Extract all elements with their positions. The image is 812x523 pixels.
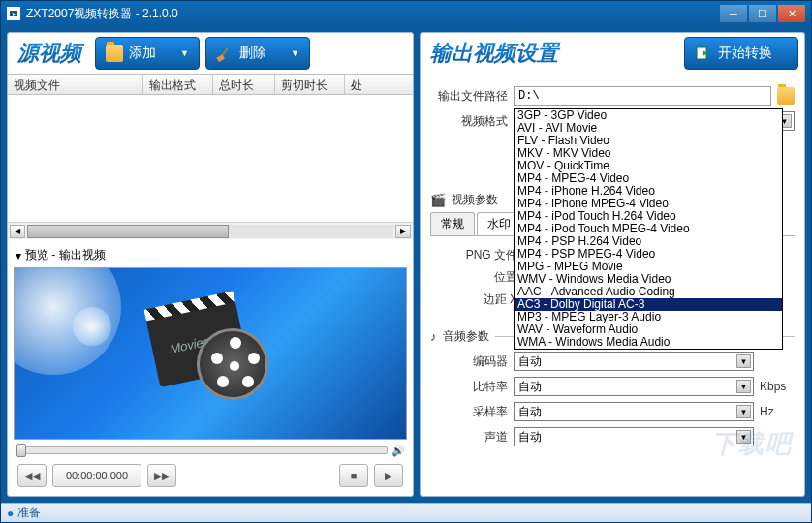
scroll-track[interactable] [27, 225, 393, 238]
speaker-icon[interactable]: 🔊 [391, 445, 405, 457]
convert-button[interactable]: 开始转换 [684, 37, 798, 70]
seek-slider[interactable] [16, 446, 388, 454]
play-button[interactable]: ▶ [374, 464, 403, 487]
stop-button[interactable]: ■ [339, 464, 368, 487]
titlebar[interactable]: ZXT2007视频转换器 - 2.1.0.0 ─ ☐ ✕ [1, 1, 811, 26]
info-icon: ● [7, 507, 14, 520]
window-title: ZXT2007视频转换器 - 2.1.0.0 [26, 6, 178, 22]
output-title: 输出视频设置 [426, 39, 566, 68]
browse-button[interactable] [777, 87, 795, 105]
app-window: ZXT2007视频转换器 - 2.1.0.0 ─ ☐ ✕ 源视频 添加 ▼ 删除 [0, 0, 812, 523]
col-proc[interactable]: 处 [345, 75, 413, 94]
delete-button[interactable]: 删除 ▼ [205, 37, 310, 70]
scroll-left-button[interactable]: ◀ [10, 225, 25, 238]
chevron-down-icon: ▼ [736, 405, 751, 418]
format-dropdown[interactable]: 3GP - 3GP VideoAVI - AVI MovieFLV - Flas… [514, 108, 783, 350]
music-note-icon: ♪ [430, 329, 437, 344]
encoder-label: 编码器 [430, 354, 508, 370]
horizontal-scrollbar[interactable]: ◀ ▶ [8, 222, 413, 239]
app-icon [7, 7, 20, 20]
source-panel: 源视频 添加 ▼ 删除 ▼ 视频文件 输出格式 总时长 剪切时长 [7, 32, 414, 497]
chevron-down-icon: ▼ [736, 380, 751, 393]
svg-rect-3 [216, 54, 225, 62]
format-label: 视频格式 [430, 113, 508, 130]
output-path-label: 输出文件路径 [430, 88, 508, 105]
source-title: 源视频 [14, 39, 89, 68]
bitrate-label: 比特率 [430, 379, 508, 395]
hz-label: Hz [760, 405, 795, 418]
output-path-input[interactable] [514, 86, 771, 106]
convert-icon [695, 45, 712, 62]
video-icon: 🎬 [430, 193, 446, 207]
folder-icon [106, 45, 123, 62]
chevron-down-icon: ▼ [736, 430, 751, 444]
rewind-button[interactable]: ◀◀ [17, 464, 47, 487]
position-label: 位置 [440, 269, 517, 286]
statusbar: ● 准备 [1, 503, 811, 522]
add-button[interactable]: 添加 ▼ [95, 37, 200, 70]
encoder-select[interactable]: 自动▼ [514, 352, 754, 371]
maximize-button[interactable]: ☐ [749, 5, 776, 22]
timecode: 00:00:00.000 [52, 464, 141, 487]
output-panel: 输出视频设置 开始转换 输出文件路径 视频格式 3GP - 3GP Vid [420, 32, 805, 497]
channel-label: 声道 [430, 429, 508, 446]
bitrate-select[interactable]: 自动▼ [514, 377, 754, 396]
png-file-label: PNG 文件 [440, 247, 517, 263]
file-list-header: 视频文件 输出格式 总时长 剪切时长 处 [8, 74, 413, 95]
convert-label: 开始转换 [718, 45, 772, 62]
chevron-down-icon: ▼ [736, 354, 751, 368]
format-option[interactable]: WMA - Windows Media Audio [515, 336, 782, 349]
minimize-button[interactable]: ─ [720, 5, 747, 22]
status-text: 准备 [17, 505, 41, 521]
preview-label: ▾ 预览 - 输出视频 [14, 243, 407, 267]
col-cut[interactable]: 剪切时长 [275, 75, 345, 94]
broom-icon [216, 45, 234, 62]
tab-general[interactable]: 常规 [430, 212, 475, 235]
triangle-icon: ▾ [16, 249, 21, 262]
add-label: 添加 [129, 45, 156, 62]
col-file[interactable]: 视频文件 [8, 75, 143, 94]
chevron-down-icon: ▼ [291, 48, 299, 58]
col-outfmt[interactable]: 输出格式 [143, 75, 213, 94]
scroll-right-button[interactable]: ▶ [395, 225, 411, 238]
margin-label: 边距 X [440, 292, 517, 308]
scroll-thumb[interactable] [27, 225, 229, 238]
audio-group-label: 音频参数 [443, 328, 489, 345]
kbps-label: Kbps [760, 380, 795, 393]
col-duration[interactable]: 总时长 [213, 75, 275, 94]
preview-area: Movies [14, 267, 407, 440]
close-button[interactable]: ✕ [778, 5, 805, 22]
channel-select[interactable]: 自动▼ [514, 427, 754, 446]
delete-label: 删除 [239, 45, 266, 62]
video-group-label: 视频参数 [452, 192, 498, 208]
forward-button[interactable]: ▶▶ [147, 464, 176, 487]
seek-thumb[interactable] [16, 444, 26, 457]
samplerate-select[interactable]: 自动▼ [514, 402, 754, 421]
samplerate-label: 采样率 [430, 404, 508, 420]
file-list[interactable] [8, 95, 413, 222]
chevron-down-icon: ▼ [180, 48, 189, 58]
